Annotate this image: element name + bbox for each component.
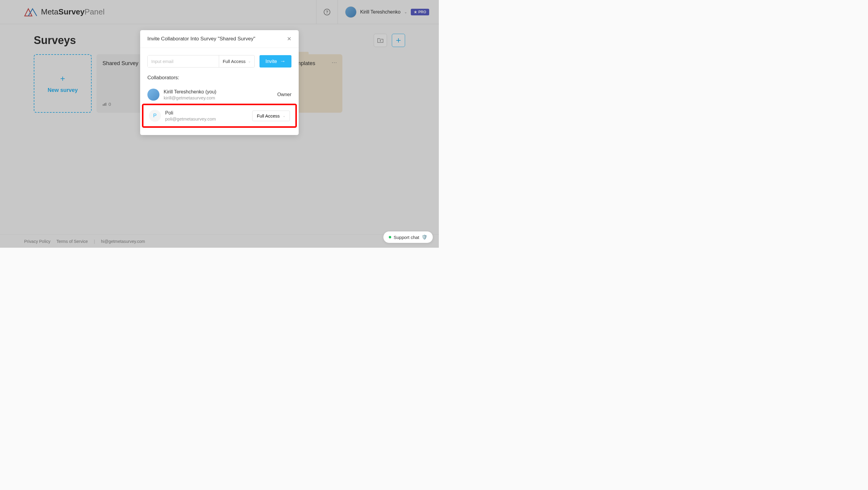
modal-title: Invite Collaborator Into Survey "Shared …	[147, 36, 255, 42]
shield-icon: 🛡️	[422, 235, 427, 240]
collaborator-item: P Poli poli@getmetasurvey.com Full Acces…	[149, 107, 290, 125]
modal-overlay[interactable]: Invite Collaborator Into Survey "Shared …	[0, 0, 439, 248]
close-icon[interactable]: ✕	[287, 36, 291, 42]
collaborator-email: poli@getmetasurvey.com	[165, 116, 216, 121]
support-chat-button[interactable]: Support chat 🛡️	[383, 232, 433, 243]
chevron-down-icon: ⌄	[283, 114, 285, 118]
access-select[interactable]: Full Access ⌄	[219, 56, 254, 67]
chevron-down-icon: ⌄	[248, 59, 251, 63]
collaborator-email: kirill@getmetasurvey.com	[164, 95, 216, 100]
collaborator-role-select[interactable]: Full Access ⌄	[252, 111, 290, 121]
modal-header: Invite Collaborator Into Survey "Shared …	[140, 30, 299, 48]
collaborator-name: Poli	[165, 110, 216, 116]
modal-body: Full Access ⌄ Invite → Collaborators: Ki…	[140, 48, 299, 135]
arrow-right-icon: →	[280, 58, 285, 64]
email-input[interactable]	[148, 56, 219, 67]
collaborators-label: Collaborators:	[147, 75, 291, 81]
collaborator-role: Owner	[277, 92, 291, 97]
collaborator-avatar: P	[149, 110, 161, 122]
invite-modal: Invite Collaborator Into Survey "Shared …	[140, 30, 299, 135]
status-dot-icon	[389, 236, 391, 238]
invite-button[interactable]: Invite →	[259, 55, 291, 67]
highlighted-collaborator: P Poli poli@getmetasurvey.com Full Acces…	[142, 104, 297, 128]
collaborator-item: Kirill Tereshchenko (you) kirill@getmeta…	[147, 86, 291, 104]
input-group: Full Access ⌄	[147, 55, 255, 67]
collaborator-name: Kirill Tereshchenko (you)	[164, 89, 216, 95]
invite-row: Full Access ⌄ Invite →	[147, 55, 291, 67]
collaborator-avatar	[147, 89, 159, 101]
